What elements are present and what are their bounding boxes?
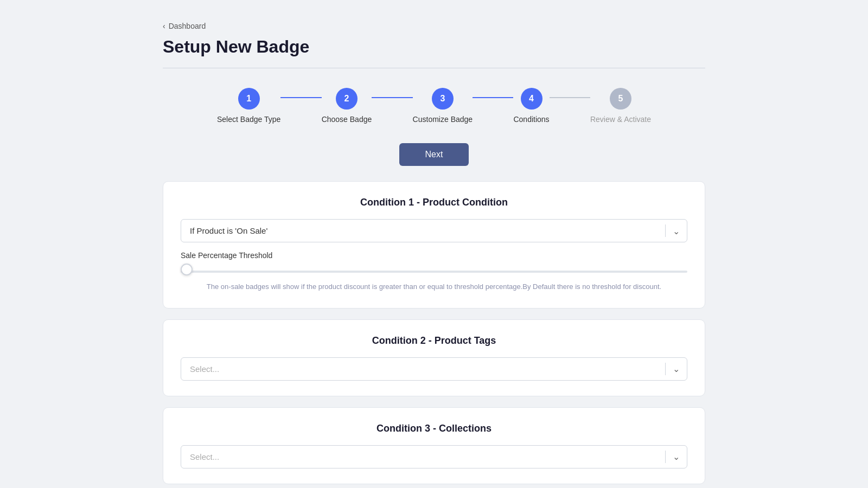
step-circle-5: 5	[610, 88, 631, 110]
breadcrumb[interactable]: ‹ Dashboard	[163, 22, 705, 30]
condition-3-dropdown-wrapper: Select... ⌄	[181, 445, 687, 468]
connector-4-5	[550, 97, 590, 98]
connector-2-3	[372, 97, 412, 98]
step-label-2: Choose Badge	[322, 115, 372, 124]
condition-2-dropdown-wrapper: Select... ⌄	[181, 357, 687, 381]
slider-label: Sale Percentage Threshold	[181, 251, 687, 260]
step-label-1: Select Badge Type	[217, 115, 280, 124]
title-divider	[163, 68, 705, 68]
condition-2-title: Condition 2 - Product Tags	[181, 335, 687, 346]
step-circle-4: 4	[521, 88, 542, 110]
step-circle-1: 1	[238, 88, 260, 110]
breadcrumb-label: Dashboard	[169, 22, 206, 30]
page-title: Setup New Badge	[163, 37, 705, 57]
stepper: 1 Select Badge Type 2 Choose Badge 3 Cus…	[163, 88, 705, 124]
condition-2-dropdown[interactable]: Select...	[181, 357, 687, 381]
condition-1-card: Condition 1 - Product Condition If Produ…	[163, 181, 705, 309]
slider-info-text: The on-sale badges will show if the prod…	[181, 281, 687, 293]
condition-1-dropdown[interactable]: If Product is 'On Sale' If Product is 'N…	[181, 219, 687, 242]
dropdown-divider-2	[665, 363, 666, 375]
sale-threshold-slider[interactable]	[181, 271, 687, 273]
dropdown-divider-3	[665, 451, 666, 463]
condition-2-card: Condition 2 - Product Tags Select... ⌄	[163, 319, 705, 396]
step-1: 1 Select Badge Type	[217, 88, 280, 124]
step-4: 4 Conditions	[513, 88, 549, 124]
condition-3-dropdown[interactable]: Select...	[181, 445, 687, 468]
step-circle-2: 2	[336, 88, 358, 110]
stepper-row: 1 Select Badge Type 2 Choose Badge 3 Cus…	[217, 88, 651, 124]
step-2: 2 Choose Badge	[322, 88, 372, 124]
step-label-3: Customize Badge	[413, 115, 473, 124]
page-container: ‹ Dashboard Setup New Badge 1 Select Bad…	[0, 0, 868, 488]
next-button-wrapper: Next	[163, 143, 705, 166]
step-label-5: Review & Activate	[590, 115, 651, 124]
connector-1-2	[280, 97, 321, 98]
step-3: 3 Customize Badge	[413, 88, 473, 124]
step-5: 5 Review & Activate	[590, 88, 651, 124]
condition-1-dropdown-wrapper: If Product is 'On Sale' If Product is 'N…	[181, 219, 687, 242]
dropdown-divider-1	[665, 224, 666, 237]
next-button[interactable]: Next	[399, 143, 469, 166]
step-label-4: Conditions	[513, 115, 549, 124]
condition-3-card: Condition 3 - Collections Select... ⌄	[163, 407, 705, 484]
slider-wrapper	[181, 265, 687, 275]
back-icon: ‹	[163, 22, 165, 30]
step-circle-3: 3	[432, 88, 454, 110]
condition-3-title: Condition 3 - Collections	[181, 423, 687, 434]
connector-3-4	[473, 97, 513, 98]
condition-1-title: Condition 1 - Product Condition	[181, 197, 687, 208]
